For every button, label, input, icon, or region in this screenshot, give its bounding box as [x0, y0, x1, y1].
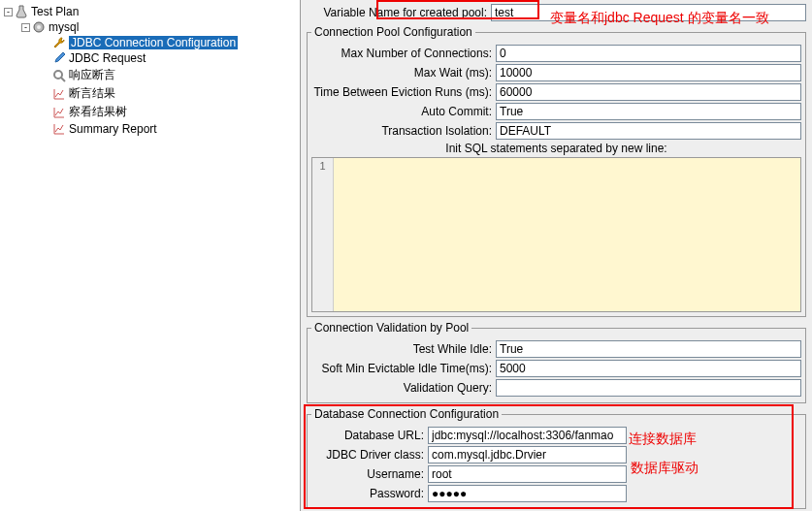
db-config-fieldset: Database Connection Configuration Databa… — [307, 407, 806, 509]
valid-query-label: Validation Query: — [311, 381, 496, 395]
db-url-input[interactable] — [428, 427, 627, 444]
tree-item-result-tree[interactable]: 察看结果树 — [0, 103, 300, 121]
db-pass-label: Password: — [311, 487, 428, 500]
wrench-icon — [52, 36, 66, 49]
max-wait-input[interactable] — [496, 64, 801, 81]
svg-line-3 — [61, 78, 65, 81]
valid-query-input[interactable] — [496, 379, 801, 397]
test-idle-label: Test While Idle: — [311, 342, 496, 356]
collapse-icon[interactable]: - — [21, 23, 30, 32]
trans-iso-label: Transaction Isolation: — [311, 124, 496, 138]
db-user-label: Username: — [311, 467, 428, 481]
magnifier-icon — [52, 69, 66, 82]
soft-evict-label: Soft Min Evictable Idle Time(ms): — [311, 362, 496, 375]
config-panel: Variable Name for created pool: Connecti… — [301, 0, 812, 511]
tree-thread-label: mysql — [49, 20, 79, 34]
annotation-text-2: 连接数据库 — [629, 431, 697, 448]
max-conn-input[interactable] — [496, 45, 801, 62]
svg-point-1 — [37, 25, 41, 29]
tree-item-label: 响应断言 — [69, 67, 115, 83]
line-gutter: 1 — [312, 158, 334, 311]
line-number: 1 — [319, 160, 325, 172]
tree-item-assertion[interactable]: 响应断言 — [0, 66, 300, 84]
evict-label: Time Between Eviction Runs (ms): — [311, 85, 496, 99]
graph-icon — [52, 122, 66, 136]
auto-commit-label: Auto Commit: — [311, 105, 496, 118]
max-conn-label: Max Number of Connections: — [311, 47, 496, 60]
graph-icon — [52, 106, 66, 119]
init-sql-textarea[interactable]: 1 — [311, 157, 801, 312]
tree-item-jdbc-config[interactable]: JDBC Connection Configuration — [0, 35, 300, 50]
pipette-icon — [52, 51, 66, 65]
flask-icon — [15, 5, 28, 18]
gear-icon — [32, 20, 46, 34]
valid-legend: Connection Validation by Pool — [311, 321, 471, 335]
annotation-text-1: 变量名和jdbc Request 的变量名一致 — [550, 8, 769, 27]
tree-item-assert-result[interactable]: 断言结果 — [0, 84, 300, 103]
tree-item-label: JDBC Connection Configuration — [69, 36, 238, 49]
db-driver-input[interactable] — [428, 446, 627, 463]
tree-thread-group[interactable]: - mysql — [0, 19, 300, 35]
validation-fieldset: Connection Validation by Pool Test While… — [307, 321, 806, 403]
pool-legend: Connection Pool Configuration — [311, 25, 475, 39]
pool-config-fieldset: Connection Pool Configuration Max Number… — [307, 25, 806, 317]
evict-input[interactable] — [496, 83, 801, 101]
test-idle-select[interactable] — [496, 340, 801, 358]
tree-item-summary[interactable]: Summary Report — [0, 121, 300, 137]
trans-iso-select[interactable] — [496, 122, 801, 140]
tree-item-label: 断言结果 — [69, 85, 115, 102]
tree-item-label: 察看结果树 — [69, 104, 127, 120]
tree-item-label: Summary Report — [69, 122, 157, 136]
graph-icon — [52, 87, 66, 101]
tree-root[interactable]: - Test Plan — [0, 4, 300, 19]
svg-point-2 — [54, 71, 62, 79]
auto-commit-select[interactable] — [496, 103, 801, 120]
db-url-label: Database URL: — [311, 429, 428, 442]
collapse-icon[interactable]: - — [4, 8, 13, 16]
variable-name-label: Variable Name for created pool: — [307, 6, 491, 19]
soft-evict-input[interactable] — [496, 360, 801, 377]
db-pass-input[interactable] — [428, 485, 627, 502]
db-legend: Database Connection Configuration — [311, 407, 502, 421]
tree-item-label: JDBC Request — [69, 51, 146, 65]
db-driver-label: JDBC Driver class: — [311, 448, 428, 462]
annotation-text-3: 数据库驱动 — [631, 460, 698, 477]
tree-panel: - Test Plan - mysql JDBC Connection Conf… — [0, 0, 301, 511]
tree-root-label: Test Plan — [31, 5, 79, 18]
max-wait-label: Max Wait (ms): — [311, 66, 496, 80]
db-user-input[interactable] — [428, 465, 627, 483]
tree-item-jdbc-request[interactable]: JDBC Request — [0, 50, 300, 66]
init-sql-label: Init SQL statements separated by new lin… — [311, 142, 801, 155]
